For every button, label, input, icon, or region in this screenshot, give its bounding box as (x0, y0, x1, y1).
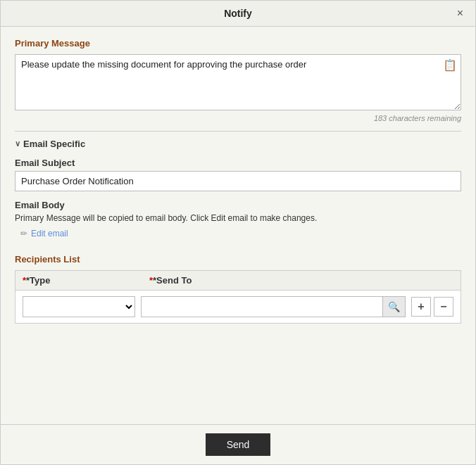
primary-message-label: Primary Message (15, 38, 461, 49)
email-body-description: Primary Message will be copied to email … (15, 213, 461, 223)
email-body-label: Email Body (15, 200, 461, 210)
email-body-group: Email Body Primary Message will be copie… (15, 200, 461, 240)
edit-email-text: Edit email (31, 229, 68, 238)
email-subject-input[interactable] (15, 171, 461, 191)
send-to-search-button[interactable]: 🔍 (382, 297, 405, 317)
email-specific-section: ∨ Email Specific Email Subject Email Bod… (15, 131, 461, 240)
send-button[interactable]: Send (206, 433, 271, 456)
modal-title: Notify (224, 8, 252, 19)
email-specific-toggle[interactable]: ∨ Email Specific (15, 139, 461, 149)
type-select-wrapper: User Role Group Email (23, 296, 135, 317)
col-send-to-header: **Send To (149, 275, 453, 286)
type-select[interactable]: User Role Group Email (23, 296, 135, 317)
modal-body: Primary Message Please update the missin… (1, 27, 475, 424)
primary-message-section: Primary Message Please update the missin… (15, 38, 461, 122)
email-subject-label: Email Subject (15, 158, 461, 168)
email-specific-label: Email Specific (23, 139, 85, 149)
recipients-table-header: **Type **Send To (15, 271, 461, 291)
char-count: 183 characters remaining (15, 114, 461, 122)
modal-footer: Send (1, 424, 475, 464)
modal-header: Notify × (1, 1, 475, 27)
action-buttons: + − (411, 297, 453, 317)
recipients-section: Recipients List **Type **Send To (15, 254, 461, 324)
primary-message-textarea[interactable]: Please update the missing document for a… (15, 54, 461, 110)
chevron-down-icon: ∨ (15, 139, 20, 148)
send-to-wrapper: 🔍 (141, 296, 406, 317)
close-button[interactable]: × (453, 6, 467, 20)
edit-email-link[interactable]: ✏ Edit email (15, 227, 461, 240)
recipients-label: Recipients List (15, 254, 461, 265)
notify-modal: Notify × Primary Message Please update t… (0, 0, 476, 465)
remove-row-button[interactable]: − (434, 297, 453, 317)
pencil-icon: ✏ (20, 229, 27, 238)
email-subject-group: Email Subject (15, 158, 461, 191)
textarea-wrapper: Please update the missing document for a… (15, 54, 461, 113)
recipients-table: **Type **Send To User Role Group (15, 270, 461, 324)
add-row-button[interactable]: + (411, 297, 431, 317)
send-to-input[interactable] (141, 296, 406, 317)
col-type-header: **Type (23, 275, 149, 286)
paste-icon[interactable]: 📋 (443, 58, 457, 72)
table-row: User Role Group Email 🔍 + − (15, 291, 461, 323)
